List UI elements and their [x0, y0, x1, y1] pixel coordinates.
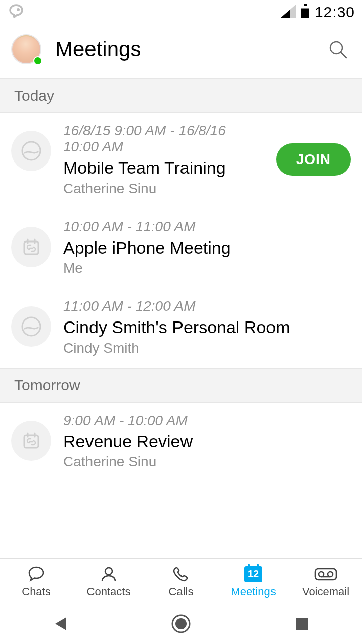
- meeting-title: Revenue Review: [63, 431, 351, 452]
- nav-contacts[interactable]: Contacts: [72, 559, 145, 604]
- bottom-nav: Chats Contacts Calls 12 Meetings Voicema…: [0, 558, 362, 604]
- meeting-row[interactable]: 11:00 AM - 12:00 AM Cindy Smith's Person…: [0, 288, 362, 368]
- svg-rect-6: [301, 6, 309, 9]
- meeting-wave-icon: [11, 306, 51, 347]
- meeting-wave-icon: [11, 131, 51, 171]
- battery-icon: [301, 4, 310, 20]
- presence-indicator: [33, 56, 42, 65]
- meetings-list: Today 16/8/15 9:00 AM - 16/8/16 10:00 AM…: [0, 78, 362, 558]
- section-header-tomorrow: Tomorrow: [0, 368, 362, 403]
- svg-point-13: [22, 317, 40, 336]
- app-logo-icon: [7, 3, 25, 21]
- meeting-title: Apple iPhone Meeting: [63, 237, 351, 259]
- meeting-organizer: Catherine Sinu: [63, 181, 264, 197]
- nav-voicemail[interactable]: Voicemail: [290, 559, 362, 604]
- meeting-organizer: Me: [63, 260, 351, 276]
- nav-calls[interactable]: Calls: [145, 559, 217, 604]
- nav-label: Contacts: [87, 585, 131, 598]
- page-title: Meetings: [55, 37, 314, 61]
- recent-apps-icon[interactable]: [292, 614, 312, 634]
- meeting-link-calendar-icon: [11, 227, 51, 267]
- section-header-today: Today: [0, 78, 362, 113]
- meeting-row[interactable]: 9:00 AM - 10:00 AM Revenue Review Cather…: [0, 403, 362, 482]
- nav-label: Chats: [22, 585, 50, 598]
- voicemail-icon: [314, 565, 337, 583]
- phone-icon: [172, 565, 190, 583]
- nav-label: Voicemail: [302, 585, 349, 598]
- meeting-organizer: Cindy Smith: [63, 340, 351, 356]
- meeting-row[interactable]: 16/8/15 9:00 AM - 16/8/16 10:00 AM Mobil…: [0, 113, 362, 209]
- meeting-row[interactable]: 10:00 AM - 11:00 AM Apple iPhone Meeting…: [0, 209, 362, 289]
- nav-chats[interactable]: Chats: [0, 559, 72, 604]
- home-icon[interactable]: [171, 614, 191, 634]
- nav-calendar-badge: 12: [244, 566, 262, 582]
- status-time: 12:30: [315, 4, 355, 21]
- svg-point-17: [105, 568, 112, 575]
- calendar-icon: 12: [244, 565, 262, 583]
- svg-rect-25: [296, 618, 308, 630]
- nav-label: Calls: [169, 585, 194, 598]
- avatar[interactable]: [11, 34, 41, 64]
- svg-line-8: [341, 52, 346, 58]
- meeting-organizer: Catherine Sinu: [63, 454, 351, 470]
- svg-marker-22: [55, 617, 66, 630]
- contacts-icon: [100, 565, 118, 583]
- meeting-title: Cindy Smith's Personal Room: [63, 316, 351, 338]
- nav-label: Meetings: [231, 585, 276, 598]
- svg-point-9: [22, 142, 40, 160]
- search-icon[interactable]: [328, 39, 348, 59]
- meeting-time: 9:00 AM - 10:00 AM: [63, 413, 351, 429]
- chat-icon: [27, 565, 46, 583]
- meeting-time: 16/8/15 9:00 AM - 16/8/16 10:00 AM: [63, 123, 264, 155]
- svg-marker-2: [281, 10, 290, 18]
- svg-point-20: [328, 572, 333, 577]
- system-nav: [0, 604, 362, 644]
- meeting-title: Mobile Team Training: [63, 157, 264, 179]
- app-header: Meetings: [0, 24, 362, 78]
- back-icon[interactable]: [50, 614, 70, 634]
- join-button[interactable]: JOIN: [276, 143, 351, 176]
- nav-meetings[interactable]: 12 Meetings: [217, 559, 290, 604]
- meeting-time: 10:00 AM - 11:00 AM: [63, 219, 351, 235]
- signal-icon: [281, 5, 296, 20]
- status-bar: 12:30: [0, 0, 362, 24]
- svg-rect-3: [304, 4, 307, 6]
- svg-point-19: [319, 572, 324, 577]
- svg-point-24: [175, 618, 187, 629]
- meeting-link-calendar-icon: [11, 421, 51, 461]
- svg-point-0: [17, 8, 20, 11]
- meeting-time: 11:00 AM - 12:00 AM: [63, 298, 351, 314]
